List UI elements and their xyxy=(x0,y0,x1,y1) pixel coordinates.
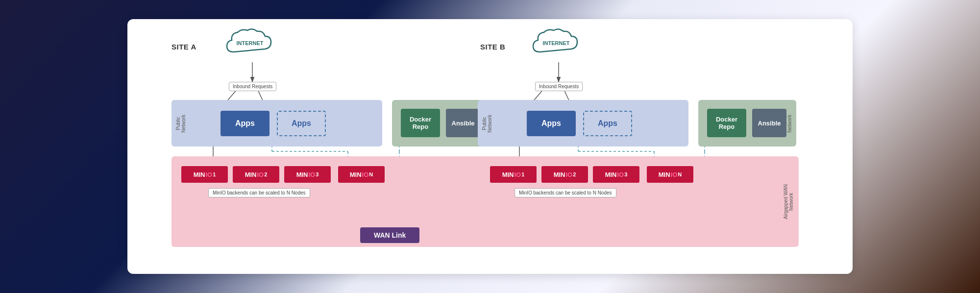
airgapped-label: Airgapped WAN Network xyxy=(783,179,794,224)
site-b-label: SITE B xyxy=(480,43,505,51)
inbound-requests-a: Inbound Requests xyxy=(229,82,276,91)
site-b-app1: Apps xyxy=(527,111,576,136)
site-a-minio-n: MINIO N xyxy=(338,166,385,183)
site-a-minio-3: MINIO 3 xyxy=(284,166,331,183)
site-a-app2: Apps xyxy=(277,111,326,136)
site-a-ansible: Ansible xyxy=(446,109,480,137)
site-b-minio-n: MINIO N xyxy=(647,166,693,183)
site-a-scale-note: MinIO backends can be scaled to N Nodes xyxy=(208,188,310,197)
public-network-a-label: Public Network xyxy=(175,112,186,135)
wan-link: WAN Link xyxy=(360,227,419,243)
site-b-app2: Apps xyxy=(583,111,632,136)
site-b-docker: DockerRepo xyxy=(707,109,746,137)
ops-network-a: Ops Network DockerRepo Ansible xyxy=(392,100,490,146)
public-network-b-label: Public Network xyxy=(482,112,492,135)
site-b-scale-note: MinIO backends can be scaled to N Nodes xyxy=(514,188,616,197)
cloud-b: INTERNET xyxy=(529,26,583,61)
public-network-a: Public Network Apps Apps xyxy=(172,100,382,146)
diagram-container: SITE A INTERNET Inbound Requests Public … xyxy=(127,19,853,274)
public-network-b: Public Network Apps Apps xyxy=(478,100,688,146)
ops-network-b: Ops Network DockerRepo Ansible xyxy=(698,100,796,146)
cloud-a: INTERNET xyxy=(223,26,277,61)
site-b-minio-1: MINIO 1 xyxy=(490,166,537,183)
site-a-docker: DockerRepo xyxy=(401,109,440,137)
inbound-requests-b: Inbound Requests xyxy=(535,82,583,91)
site-b-minio-2: MINIO 2 xyxy=(541,166,588,183)
site-b-minio-3: MINIO 3 xyxy=(593,166,639,183)
site-b-ansible: Ansible xyxy=(752,109,786,137)
svg-text:INTERNET: INTERNET xyxy=(543,40,570,46)
site-a-minio-2: MINIO 2 xyxy=(233,166,279,183)
site-a-app1: Apps xyxy=(220,111,270,136)
svg-text:INTERNET: INTERNET xyxy=(237,40,264,46)
site-a-minio-1: MINIO 1 xyxy=(181,166,228,183)
site-a-label: SITE A xyxy=(172,43,196,51)
